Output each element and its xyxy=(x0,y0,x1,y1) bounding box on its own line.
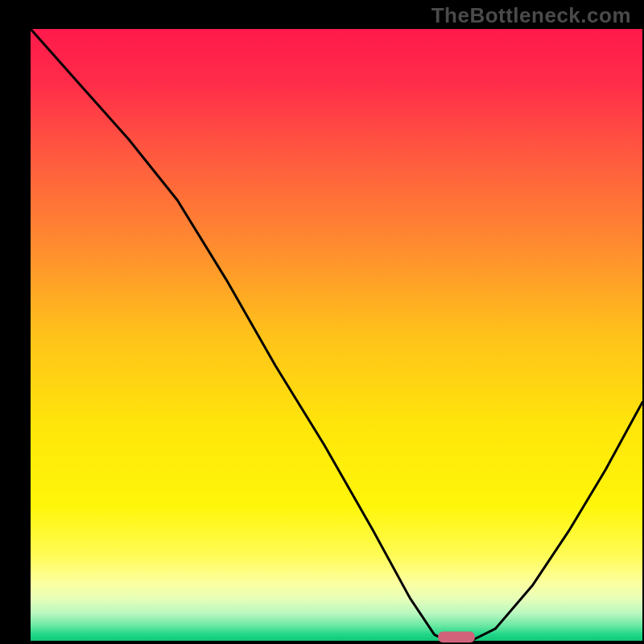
chart-frame: TheBottleneck.com xyxy=(0,0,644,644)
sweet-spot-marker xyxy=(438,632,475,643)
plot-background xyxy=(31,29,642,641)
chart-canvas xyxy=(0,0,644,644)
watermark-text: TheBottleneck.com xyxy=(431,3,631,28)
